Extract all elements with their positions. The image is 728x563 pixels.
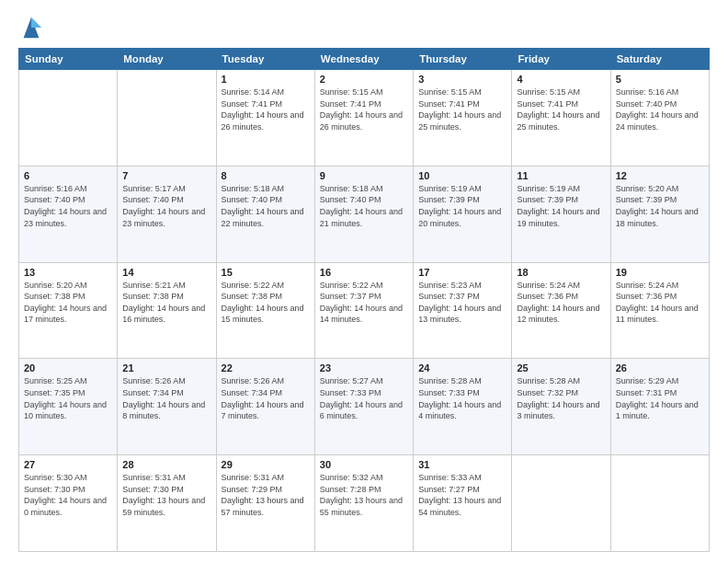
day-info: Sunrise: 5:14 AM Sunset: 7:41 PM Dayligh… — [222, 86, 310, 132]
calendar-cell: 25Sunrise: 5:28 AM Sunset: 7:32 PM Dayli… — [512, 359, 610, 455]
day-number: 9 — [320, 170, 408, 181]
day-info: Sunrise: 5:15 AM Sunset: 7:41 PM Dayligh… — [418, 86, 506, 132]
calendar-cell: 19Sunrise: 5:24 AM Sunset: 7:36 PM Dayli… — [610, 262, 709, 359]
day-number: 5 — [616, 74, 704, 85]
day-info: Sunrise: 5:26 AM Sunset: 7:34 PM Dayligh… — [222, 375, 310, 421]
calendar-cell: 15Sunrise: 5:22 AM Sunset: 7:38 PM Dayli… — [216, 262, 314, 359]
day-info: Sunrise: 5:29 AM Sunset: 7:31 PM Dayligh… — [616, 375, 704, 421]
day-number: 19 — [616, 267, 704, 278]
calendar-cell: 6Sunrise: 5:16 AM Sunset: 7:40 PM Daylig… — [19, 166, 118, 262]
day-number: 10 — [418, 170, 506, 181]
day-number: 22 — [222, 362, 310, 373]
day-info: Sunrise: 5:18 AM Sunset: 7:40 PM Dayligh… — [320, 183, 408, 229]
day-info: Sunrise: 5:17 AM Sunset: 7:40 PM Dayligh… — [122, 183, 210, 229]
day-info: Sunrise: 5:19 AM Sunset: 7:39 PM Dayligh… — [418, 183, 506, 229]
column-header-sunday: Sunday — [19, 49, 118, 70]
day-number: 1 — [222, 74, 310, 85]
calendar-cell: 29Sunrise: 5:31 AM Sunset: 7:29 PM Dayli… — [216, 455, 314, 552]
day-number: 7 — [122, 170, 210, 181]
calendar-cell: 5Sunrise: 5:16 AM Sunset: 7:40 PM Daylig… — [610, 70, 709, 167]
day-info: Sunrise: 5:22 AM Sunset: 7:37 PM Dayligh… — [320, 280, 408, 326]
day-info: Sunrise: 5:15 AM Sunset: 7:41 PM Dayligh… — [517, 86, 605, 132]
day-info: Sunrise: 5:23 AM Sunset: 7:37 PM Dayligh… — [418, 280, 506, 326]
day-number: 29 — [222, 459, 310, 470]
calendar-week-1: 1Sunrise: 5:14 AM Sunset: 7:41 PM Daylig… — [19, 70, 710, 167]
day-info: Sunrise: 5:31 AM Sunset: 7:30 PM Dayligh… — [122, 472, 210, 518]
day-info: Sunrise: 5:32 AM Sunset: 7:28 PM Dayligh… — [320, 472, 408, 518]
day-number: 17 — [418, 267, 506, 278]
calendar-cell: 8Sunrise: 5:18 AM Sunset: 7:40 PM Daylig… — [216, 166, 314, 262]
column-header-monday: Monday — [118, 49, 216, 70]
calendar-cell: 22Sunrise: 5:26 AM Sunset: 7:34 PM Dayli… — [216, 359, 314, 455]
calendar-cell: 16Sunrise: 5:22 AM Sunset: 7:37 PM Dayli… — [314, 262, 413, 359]
day-info: Sunrise: 5:18 AM Sunset: 7:40 PM Dayligh… — [222, 183, 310, 229]
day-number: 26 — [616, 362, 704, 373]
column-header-wednesday: Wednesday — [314, 49, 413, 70]
day-info: Sunrise: 5:33 AM Sunset: 7:27 PM Dayligh… — [418, 472, 506, 518]
day-info: Sunrise: 5:24 AM Sunset: 7:36 PM Dayligh… — [616, 280, 704, 326]
calendar-cell: 1Sunrise: 5:14 AM Sunset: 7:41 PM Daylig… — [216, 70, 314, 167]
calendar-cell: 18Sunrise: 5:24 AM Sunset: 7:36 PM Dayli… — [512, 262, 610, 359]
day-number: 14 — [122, 267, 210, 278]
calendar-cell: 3Sunrise: 5:15 AM Sunset: 7:41 PM Daylig… — [414, 70, 512, 167]
calendar-cell — [610, 455, 709, 552]
column-header-saturday: Saturday — [610, 49, 709, 70]
calendar-table: SundayMondayTuesdayWednesdayThursdayFrid… — [18, 48, 710, 552]
day-info: Sunrise: 5:15 AM Sunset: 7:41 PM Dayligh… — [320, 86, 408, 132]
calendar-cell: 23Sunrise: 5:27 AM Sunset: 7:33 PM Dayli… — [314, 359, 413, 455]
day-number: 31 — [418, 459, 506, 470]
calendar-cell: 10Sunrise: 5:19 AM Sunset: 7:39 PM Dayli… — [414, 166, 512, 262]
logo — [18, 15, 48, 40]
day-number: 23 — [320, 362, 408, 373]
day-info: Sunrise: 5:20 AM Sunset: 7:38 PM Dayligh… — [24, 280, 112, 326]
column-header-friday: Friday — [512, 49, 610, 70]
calendar-cell: 28Sunrise: 5:31 AM Sunset: 7:30 PM Dayli… — [118, 455, 216, 552]
day-number: 21 — [122, 362, 210, 373]
day-number: 27 — [24, 459, 112, 470]
day-number: 13 — [24, 267, 112, 278]
header — [18, 15, 710, 40]
calendar-cell: 7Sunrise: 5:17 AM Sunset: 7:40 PM Daylig… — [118, 166, 216, 262]
calendar-week-3: 13Sunrise: 5:20 AM Sunset: 7:38 PM Dayli… — [19, 262, 710, 359]
day-info: Sunrise: 5:28 AM Sunset: 7:32 PM Dayligh… — [517, 375, 605, 421]
day-number: 15 — [222, 267, 310, 278]
svg-marker-1 — [31, 17, 41, 28]
calendar-cell — [118, 70, 216, 167]
day-info: Sunrise: 5:30 AM Sunset: 7:30 PM Dayligh… — [24, 472, 112, 518]
calendar-cell: 21Sunrise: 5:26 AM Sunset: 7:34 PM Dayli… — [118, 359, 216, 455]
calendar-body: 1Sunrise: 5:14 AM Sunset: 7:41 PM Daylig… — [19, 70, 710, 552]
day-number: 6 — [24, 170, 112, 181]
day-number: 30 — [320, 459, 408, 470]
day-info: Sunrise: 5:31 AM Sunset: 7:29 PM Dayligh… — [222, 472, 310, 518]
day-number: 12 — [616, 170, 704, 181]
calendar-week-5: 27Sunrise: 5:30 AM Sunset: 7:30 PM Dayli… — [19, 455, 710, 552]
day-info: Sunrise: 5:21 AM Sunset: 7:38 PM Dayligh… — [122, 280, 210, 326]
calendar-cell: 4Sunrise: 5:15 AM Sunset: 7:41 PM Daylig… — [512, 70, 610, 167]
calendar-cell: 17Sunrise: 5:23 AM Sunset: 7:37 PM Dayli… — [414, 262, 512, 359]
column-header-thursday: Thursday — [414, 49, 512, 70]
calendar-cell — [19, 70, 118, 167]
day-number: 2 — [320, 74, 408, 85]
day-number: 16 — [320, 267, 408, 278]
day-number: 24 — [418, 362, 506, 373]
column-header-tuesday: Tuesday — [216, 49, 314, 70]
logo-icon — [18, 15, 44, 40]
day-info: Sunrise: 5:22 AM Sunset: 7:38 PM Dayligh… — [222, 280, 310, 326]
day-info: Sunrise: 5:26 AM Sunset: 7:34 PM Dayligh… — [122, 375, 210, 421]
day-number: 4 — [517, 74, 605, 85]
calendar-cell: 9Sunrise: 5:18 AM Sunset: 7:40 PM Daylig… — [314, 166, 413, 262]
calendar-cell: 27Sunrise: 5:30 AM Sunset: 7:30 PM Dayli… — [19, 455, 118, 552]
page: SundayMondayTuesdayWednesdayThursdayFrid… — [0, 0, 728, 563]
day-number: 25 — [517, 362, 605, 373]
day-number: 3 — [418, 74, 506, 85]
day-number: 20 — [24, 362, 112, 373]
calendar-cell: 2Sunrise: 5:15 AM Sunset: 7:41 PM Daylig… — [314, 70, 413, 167]
day-number: 11 — [517, 170, 605, 181]
calendar-week-4: 20Sunrise: 5:25 AM Sunset: 7:35 PM Dayli… — [19, 359, 710, 455]
calendar-cell: 26Sunrise: 5:29 AM Sunset: 7:31 PM Dayli… — [610, 359, 709, 455]
calendar-cell: 12Sunrise: 5:20 AM Sunset: 7:39 PM Dayli… — [610, 166, 709, 262]
day-info: Sunrise: 5:25 AM Sunset: 7:35 PM Dayligh… — [24, 375, 112, 421]
calendar-cell — [512, 455, 610, 552]
calendar-week-2: 6Sunrise: 5:16 AM Sunset: 7:40 PM Daylig… — [19, 166, 710, 262]
calendar-header-row: SundayMondayTuesdayWednesdayThursdayFrid… — [19, 49, 710, 70]
